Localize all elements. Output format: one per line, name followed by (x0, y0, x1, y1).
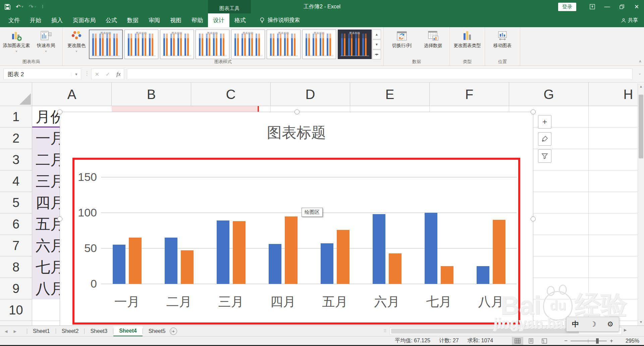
tab-scroll-splitter[interactable]: ⁞⁞ (384, 329, 387, 333)
gallery-scroll-up-button[interactable]: ▲ (372, 30, 381, 39)
scroll-up-icon[interactable]: ▲ (638, 83, 644, 90)
row-header-9[interactable]: 9 (0, 278, 32, 299)
add-chart-element-button[interactable]: 添加图表元素 ˅ (2, 29, 31, 53)
zoom-in-icon[interactable]: + (610, 338, 613, 344)
vertical-scrollbar[interactable]: ▲ ▼ (638, 83, 644, 326)
tab-文件[interactable]: 文件 (3, 13, 25, 27)
bar-三月-blue[interactable] (217, 220, 229, 284)
bar-八月-orange[interactable] (493, 220, 505, 284)
column-header-H[interactable]: H (589, 83, 638, 106)
column-header-F[interactable]: F (430, 83, 509, 106)
sheet-tab-Sheet5[interactable]: Sheet5 (143, 326, 171, 337)
bar-四月-blue[interactable] (269, 244, 281, 284)
tab-公式[interactable]: 公式 (101, 13, 122, 27)
chart-style-item[interactable]: 图表标题 (267, 30, 301, 59)
row-header-8[interactable]: 8 (0, 256, 32, 278)
bar-五月-blue[interactable] (321, 243, 333, 284)
chart-title[interactable]: 图表标题 (60, 123, 533, 143)
bar-二月-blue[interactable] (165, 238, 177, 284)
row-header-2[interactable]: 2 (0, 128, 32, 149)
close-button[interactable]: ✕ (629, 0, 644, 13)
customize-qat-icon[interactable]: ᎒ (42, 4, 44, 9)
tab-审阅[interactable]: 审阅 (144, 13, 165, 27)
column-header-E[interactable]: E (350, 83, 430, 106)
move-chart-button[interactable]: 移动图表 (487, 29, 518, 48)
row-header-1[interactable]: 1 (0, 106, 32, 128)
tab-帮助[interactable]: 帮助 (186, 13, 208, 27)
undo-icon[interactable]: ↶˅ (16, 3, 23, 10)
zoom-level[interactable]: 295% (622, 338, 639, 344)
tab-数据[interactable]: 数据 (122, 13, 144, 27)
new-sheet-button[interactable]: + (170, 328, 177, 335)
select-data-button[interactable]: 选择数据 (419, 29, 447, 48)
cancel-icon[interactable]: ✕ (95, 71, 99, 78)
column-header-D[interactable]: D (271, 83, 350, 106)
ime-settings-gear-icon[interactable]: ⚙ (607, 320, 613, 328)
tab-设计[interactable]: 设计 (208, 13, 229, 27)
column-header-C[interactable]: C (191, 83, 271, 106)
bar-六月-orange[interactable] (389, 253, 401, 284)
ime-language-button[interactable]: 中 (572, 319, 579, 329)
restore-button[interactable] (614, 0, 629, 13)
sheet-tab-Sheet3[interactable]: Sheet3 (85, 326, 113, 337)
scroll-right-icon[interactable]: ▶ (624, 328, 627, 332)
redo-icon[interactable]: ↷˅ (29, 3, 37, 10)
change-chart-type-button[interactable]: 更改图表类型 (452, 29, 483, 48)
bar-七月-blue[interactable] (425, 213, 437, 284)
sheet-nav-left-icon[interactable]: ◀ (5, 329, 7, 334)
chart-handle-top-center[interactable] (294, 109, 300, 114)
formula-bar-splitter[interactable]: ⋮ (85, 70, 90, 77)
zoom-slider-thumb[interactable] (596, 338, 599, 344)
sheet-tab-Sheet1[interactable]: Sheet1 (27, 326, 56, 337)
select-all-corner[interactable] (0, 83, 32, 106)
formula-expand-icon[interactable]: ⌄ (638, 71, 641, 76)
sheet-tab-Sheet4[interactable]: Sheet4 (113, 326, 142, 337)
sheet-nav-right-icon[interactable]: ▶ (13, 329, 16, 334)
tab-插入[interactable]: 插入 (46, 13, 68, 27)
chart-style-item[interactable]: 图表标题 (89, 30, 123, 59)
bar-一月-blue[interactable] (113, 245, 125, 284)
bar-六月-blue[interactable] (373, 214, 385, 284)
column-header-B[interactable]: B (112, 83, 191, 106)
bar-八月-blue[interactable] (477, 266, 489, 284)
chart-style-item[interactable]: 图表标题 (124, 30, 158, 59)
row-header-7[interactable]: 7 (0, 235, 32, 256)
ribbon-display-options-icon[interactable] (585, 0, 600, 13)
tab-视图[interactable]: 视图 (165, 13, 186, 27)
normal-view-button[interactable] (512, 337, 523, 345)
ime-moon-icon[interactable]: ☽ (590, 320, 596, 328)
formula-input[interactable] (127, 68, 633, 80)
chart-styles-brush-icon[interactable] (538, 132, 551, 146)
sign-in-button[interactable]: 登录 (558, 3, 576, 11)
bar-三月-orange[interactable] (233, 221, 246, 284)
change-colors-button[interactable]: 更改颜色 ˅ (65, 29, 88, 53)
chart-style-item[interactable]: 图表标题 (160, 30, 194, 59)
quick-layout-button[interactable]: 快速布局 ˅ (32, 29, 60, 53)
bar-一月-orange[interactable] (129, 238, 142, 284)
sheet-tab-Sheet2[interactable]: Sheet2 (56, 326, 85, 337)
save-icon[interactable] (5, 4, 10, 10)
chart-handle-top-right[interactable] (531, 109, 536, 114)
horizontal-scroll-thumb[interactable] (391, 329, 579, 334)
row-header-4[interactable]: 4 (0, 170, 32, 192)
switch-row-column-button[interactable]: 切换行/列 (386, 29, 418, 48)
column-header-G[interactable]: G (509, 83, 589, 106)
row-header-10[interactable]: 10 (0, 299, 32, 321)
chart-elements-plus-icon[interactable]: + (538, 115, 551, 129)
chart-style-item[interactable]: 图表标题 (302, 30, 336, 59)
chart-object[interactable]: 图表标题 050100150一月二月三月四月五月六月七月八月 绘图区 (60, 112, 533, 326)
chart-filter-funnel-icon[interactable] (538, 149, 551, 163)
scroll-down-icon[interactable]: ▼ (638, 319, 644, 326)
vertical-scroll-thumb[interactable] (639, 95, 643, 158)
column-header-A[interactable]: A (32, 83, 112, 106)
bar-二月-orange[interactable] (181, 250, 194, 284)
bar-七月-orange[interactable] (441, 266, 453, 284)
row-header-3[interactable]: 3 (0, 149, 32, 170)
tell-me-search[interactable]: 操作说明搜索 (260, 13, 300, 27)
name-box[interactable]: 图表 2 ▼ (3, 68, 81, 80)
chart-handle-left-middle[interactable] (57, 216, 62, 221)
gallery-more-button[interactable]: ▼ (372, 50, 381, 59)
row-header-6[interactable]: 6 (0, 213, 32, 235)
bar-四月-orange[interactable] (285, 216, 298, 284)
tab-格式[interactable]: 格式 (229, 13, 251, 27)
